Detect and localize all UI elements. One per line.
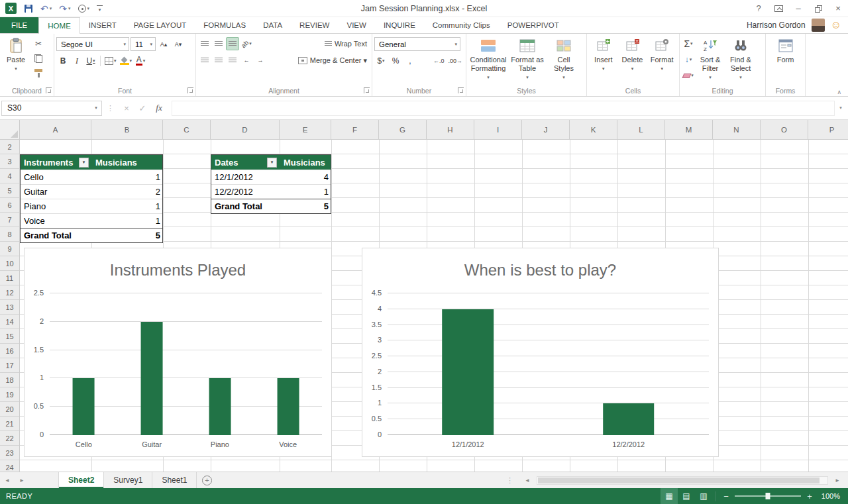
dropdown-arrow-icon[interactable]: ▾: [487, 73, 490, 81]
format-painter-button[interactable]: [32, 66, 45, 79]
clear-button[interactable]: ▾: [682, 69, 695, 82]
column-header-L[interactable]: L: [617, 120, 665, 139]
dropdown-arrow-icon[interactable]: ▾: [363, 56, 367, 65]
ribbon-tab-review[interactable]: REVIEW: [291, 17, 338, 33]
row-header-11[interactable]: 11: [0, 271, 19, 285]
restore-button[interactable]: [808, 0, 828, 17]
decrease-font-size-button[interactable]: A▾: [172, 38, 185, 51]
row-header-22[interactable]: 22: [0, 431, 19, 446]
expand-formula-bar-button[interactable]: ▾: [835, 105, 847, 111]
ribbon-tab-home[interactable]: HOME: [38, 17, 80, 33]
autosum-button[interactable]: Σ▾: [682, 37, 695, 50]
page-break-preview-button[interactable]: ▥: [695, 488, 712, 504]
font-size-select[interactable]: 11 ▾: [131, 37, 156, 51]
increase-font-size-button[interactable]: A▴: [157, 38, 170, 51]
cell-styles-button[interactable]: Cell Styles ▾: [547, 36, 581, 85]
increase-decimal-button[interactable]: ←.0: [432, 54, 446, 68]
zoom-level[interactable]: 100%: [816, 492, 848, 500]
column-header-G[interactable]: G: [379, 120, 427, 139]
conditional-formatting-button[interactable]: Conditional Formatting ▾: [468, 36, 508, 85]
column-header-A[interactable]: A: [20, 120, 91, 139]
row-header-8[interactable]: 8: [0, 227, 19, 242]
top-align-button[interactable]: [198, 37, 211, 50]
format-cells-button[interactable]: Format ▾: [647, 36, 677, 85]
ribbon-display-options-button[interactable]: [768, 0, 788, 17]
column-header-K[interactable]: K: [570, 120, 617, 139]
pivot-cell-label[interactable]: 12/1/2012: [211, 170, 280, 184]
sheet-tab-sheet1[interactable]: Sheet1: [152, 472, 197, 488]
row-header-10[interactable]: 10: [0, 256, 19, 271]
align-left-button[interactable]: [198, 54, 211, 67]
number-format-select[interactable]: General ▾: [374, 37, 460, 51]
user-name[interactable]: Harrison Gordon: [747, 21, 806, 30]
filter-dropdown-button[interactable]: ▾: [267, 158, 277, 168]
ribbon-tab-powerpivot[interactable]: POWERPIVOT: [499, 17, 568, 33]
column-header-D[interactable]: D: [211, 120, 280, 139]
row-header-24[interactable]: 24: [0, 460, 19, 472]
delete-cells-button[interactable]: Delete ▾: [618, 36, 647, 85]
next-sheet-button[interactable]: ►: [15, 472, 29, 488]
row-header-3[interactable]: 3: [0, 154, 19, 169]
dropdown-arrow-icon[interactable]: ▾: [87, 6, 90, 11]
name-box[interactable]: S30 ▾: [1, 101, 102, 116]
comma-style-button[interactable]: ,: [403, 54, 417, 68]
excel-logo-icon[interactable]: X: [5, 3, 17, 14]
formula-input[interactable]: [172, 101, 835, 116]
pivot-cell-value[interactable]: 1: [280, 185, 332, 199]
accounting-number-format-button[interactable]: $▾: [374, 54, 388, 68]
row-header-6[interactable]: 6: [0, 198, 19, 213]
format-as-table-button[interactable]: Format as Table ▾: [508, 36, 547, 85]
zoom-slider[interactable]: [735, 495, 801, 497]
borders-button[interactable]: ▾: [103, 54, 118, 68]
copy-button[interactable]: [32, 52, 45, 65]
number-dialog-launcher[interactable]: [458, 87, 464, 93]
formula-bar-splitter[interactable]: ⋮: [107, 104, 114, 113]
row-header-16[interactable]: 16: [0, 344, 19, 358]
column-header-N[interactable]: N: [713, 120, 761, 139]
row-header-17[interactable]: 17: [0, 358, 19, 373]
ribbon-tab-inquire[interactable]: INQUIRE: [375, 17, 424, 33]
chart-bar-piano[interactable]: [209, 378, 231, 435]
row-header-23[interactable]: 23: [0, 446, 19, 460]
filter-dropdown-button[interactable]: ▾: [79, 158, 89, 168]
bottom-align-button[interactable]: [226, 37, 239, 50]
orientation-button[interactable]: ab▾: [240, 37, 253, 50]
decrease-decimal-button[interactable]: .00→: [447, 54, 464, 68]
paste-button[interactable]: Paste ▾: [2, 36, 30, 79]
column-header-M[interactable]: M: [665, 120, 713, 139]
row-header-13[interactable]: 13: [0, 300, 19, 315]
pivot-cell-label[interactable]: Voice: [21, 214, 92, 228]
row-header-4[interactable]: 4: [0, 169, 19, 183]
dropdown-arrow-icon[interactable]: ▾: [690, 41, 693, 46]
dropdown-arrow-icon[interactable]: ▾: [709, 73, 712, 81]
align-center-button[interactable]: [212, 54, 225, 67]
dropdown-arrow-icon[interactable]: ▾: [562, 73, 565, 81]
insert-cells-button[interactable]: Insert ▾: [589, 36, 618, 85]
collapse-ribbon-button[interactable]: ∧: [837, 89, 841, 95]
fill-color-button[interactable]: ▾: [119, 54, 134, 68]
pivot-cell-label[interactable]: Piano: [21, 199, 92, 213]
dropdown-arrow-icon[interactable]: ▾: [143, 58, 146, 64]
row-header-2[interactable]: 2: [0, 140, 19, 154]
horizontal-scrollbar[interactable]: [537, 476, 828, 485]
pivot-cell-value[interactable]: 4: [280, 170, 332, 184]
scroll-left-button[interactable]: ◄: [520, 478, 535, 483]
column-header-B[interactable]: B: [91, 120, 163, 139]
column-header-O[interactable]: O: [761, 120, 808, 139]
redo-button[interactable]: ↷▾: [59, 4, 70, 13]
pivot-cell-value[interactable]: 2: [92, 185, 164, 199]
ribbon-tab-page-layout[interactable]: PAGE LAYOUT: [125, 17, 195, 33]
horizontal-scrollbar-thumb[interactable]: [538, 478, 820, 483]
font-color-button[interactable]: A▾: [134, 54, 147, 68]
find-select-button[interactable]: Find & Select ▾: [725, 36, 756, 85]
ribbon-tab-community-clips[interactable]: Community Clips: [424, 17, 499, 33]
tab-scroll-splitter[interactable]: ⋮: [506, 476, 513, 485]
zoom-slider-thumb[interactable]: [766, 493, 770, 499]
alignment-dialog-launcher[interactable]: [364, 87, 370, 93]
percent-style-button[interactable]: %: [389, 54, 402, 68]
pivot-total-label[interactable]: Grand Total: [211, 199, 280, 213]
pivot-cell-label[interactable]: Guitar: [21, 185, 92, 199]
confirm-entry-button[interactable]: ✓: [134, 103, 150, 113]
pivot-total-label[interactable]: Grand Total: [21, 228, 92, 242]
minimize-button[interactable]: –: [788, 0, 808, 17]
